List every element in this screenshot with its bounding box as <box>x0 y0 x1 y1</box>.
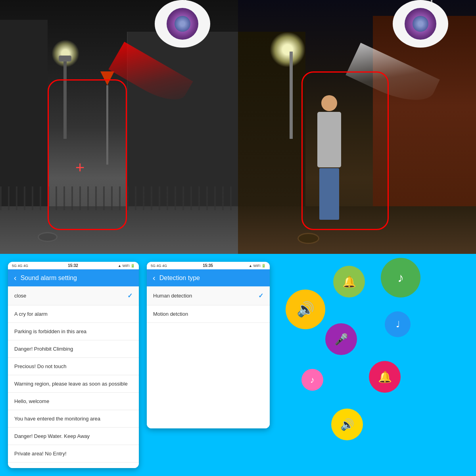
left-bg: Lenovo <box>0 0 238 254</box>
detection-type-list: Human detection✓Motion detction <box>147 286 270 428</box>
microphone-icon-circle: 🎤 <box>325 323 357 355</box>
note-icon: ♩ <box>396 319 400 330</box>
sound-alarm-title: Sound alarm setting <box>21 274 77 282</box>
sound-alarm-item-label-7: You have entered the monitoring area <box>14 416 100 422</box>
camera-body-left: Lenovo <box>155 0 210 48</box>
detection-box-left <box>48 79 127 230</box>
music-note-icon-circle: ♪ <box>381 258 420 298</box>
right-status-left: 5G 4G 4G <box>151 264 167 268</box>
left-phone-header: ‹ Sound alarm setting <box>8 269 139 286</box>
sound-alarm-item-label-8: Danger! Deep Water. Keep Away <box>14 433 90 439</box>
left-camera-panel: Lenovo <box>0 0 238 254</box>
lamp-head-left <box>59 56 71 61</box>
sound-alarm-item-10[interactable]: Dangerious region, please stay away <box>8 463 139 468</box>
icons-section: 🔊 🔔 ♪ 🎤 ♩ ♪ 🔔 🔊 <box>274 254 476 476</box>
sound-alarm-item-label-2: Parking is forbidden in this area <box>14 328 86 334</box>
speaker-icon-circle: 🔊 <box>286 290 325 329</box>
right-bg: Lenovo <box>238 0 476 254</box>
right-camera-panel: Lenovo <box>238 0 476 254</box>
lamp-glow-right <box>270 32 305 67</box>
sound-alarm-item-8[interactable]: Danger! Deep Water. Keep Away <box>8 428 139 445</box>
person-head <box>321 95 337 111</box>
alarm-icon-1: 🔔 <box>342 275 356 288</box>
detection-type-phone: 5G 4G 4G 15:35 ▲ WiFi 🔋 ‹ Detection type… <box>147 262 270 428</box>
music-note-small-circle: ♪ <box>301 369 323 391</box>
left-status-bar: 5G 4G 4G 15:32 ▲ WiFi 🔋 <box>8 262 139 269</box>
left-status-left: 5G 4G 4G <box>12 264 28 268</box>
street-lamp-right <box>290 52 293 139</box>
sound-alarm-list: close✓A cry for alarmParking is forbidde… <box>8 286 139 468</box>
speaker-icon: 🔊 <box>297 301 315 318</box>
sound-alarm-item-label-4: Precious! Do not touch <box>14 363 67 369</box>
note-icon-circle: ♩ <box>385 311 411 337</box>
sound-alarm-item-label-6: Hello, welcome <box>14 398 49 404</box>
right-time: 15:35 <box>203 263 213 268</box>
sound-alarm-item-6[interactable]: Hello, welcome <box>8 393 139 410</box>
sound-alarm-item-4[interactable]: Precious! Do not touch <box>8 358 139 375</box>
sound-alarm-item-1[interactable]: A cry for alarm <box>8 305 139 323</box>
sound-alarm-item-5[interactable]: Warning region, please leave as soon as … <box>8 375 139 393</box>
sound-alarm-item-label-9: Private area! No Entry! <box>14 451 67 457</box>
alarm-icon-circle-2: 🔔 <box>369 361 401 393</box>
camera-device-right: Lenovo <box>389 0 452 71</box>
lens-ring-left <box>167 8 198 40</box>
camera-section: Lenovo <box>0 0 476 254</box>
music-note-small-icon: ♪ <box>310 375 315 385</box>
bottom-section: 5G 4G 4G 15:32 ▲ WiFi 🔋 ‹ Sound alarm se… <box>0 254 476 476</box>
sound-alarm-item-9[interactable]: Private area! No Entry! <box>8 445 139 463</box>
detection-type-item-0[interactable]: Human detection✓ <box>147 286 270 305</box>
alarm-icon-circle-1: 🔔 <box>333 266 365 298</box>
speaker-icon-2: 🔊 <box>340 418 354 431</box>
right-status-right: ▲ WiFi 🔋 <box>249 264 266 268</box>
manhole-right <box>298 233 319 244</box>
wifi-icon-right: ▲ WiFi 🔋 <box>249 264 266 268</box>
sound-alarm-item-label-3: Danger! Prohibit Climbing <box>14 346 73 352</box>
lens-inner-left <box>175 16 190 32</box>
speaker-icon-circle-2: 🔊 <box>331 409 363 440</box>
detection-type-title: Detection type <box>159 274 200 282</box>
wifi-icon: ▲ WiFi 🔋 <box>118 264 135 268</box>
sound-alarm-checkmark-0: ✓ <box>127 292 132 299</box>
back-button-right[interactable]: ‹ <box>153 273 155 282</box>
camera-body-right: Lenovo <box>393 0 448 48</box>
left-status-right: ▲ WiFi 🔋 <box>118 264 135 268</box>
back-button-left[interactable]: ‹ <box>14 273 17 282</box>
alarm-icon-2: 🔔 <box>378 370 392 384</box>
left-time: 15:32 <box>68 263 78 268</box>
lens-inner-right <box>413 16 428 32</box>
person-legs <box>319 168 339 220</box>
person-figure <box>313 95 345 230</box>
sound-alarm-item-7[interactable]: You have entered the monitoring area <box>8 410 139 428</box>
camera-device-left: Lenovo <box>151 0 214 71</box>
sound-alarm-item-label-0: close <box>14 293 26 299</box>
person-body <box>317 112 341 167</box>
detection-type-item-label-0: Human detection <box>153 293 192 299</box>
sound-alarm-item-3[interactable]: Danger! Prohibit Climbing <box>8 340 139 358</box>
left-carrier: 5G 4G 4G <box>12 264 28 268</box>
sound-alarm-phone: 5G 4G 4G 15:32 ▲ WiFi 🔋 ‹ Sound alarm se… <box>8 262 139 468</box>
sound-alarm-item-label-5: Warning region, please leave as soon as … <box>14 381 128 387</box>
microphone-icon: 🎤 <box>334 333 348 346</box>
lens-ring-right <box>405 8 436 40</box>
detection-type-item-1[interactable]: Motion detction <box>147 305 270 323</box>
crosshair-left <box>75 159 84 177</box>
right-phone-header: ‹ Detection type <box>147 269 270 286</box>
sound-alarm-item-2[interactable]: Parking is forbidden in this area <box>8 323 139 340</box>
sound-alarm-item-label-1: A cry for alarm <box>14 311 48 317</box>
right-carrier: 5G 4G 4G <box>151 264 167 268</box>
detection-type-item-label-1: Motion detction <box>153 311 188 317</box>
manhole-left <box>38 232 58 242</box>
detection-type-checkmark-0: ✓ <box>258 292 263 299</box>
right-status-bar: 5G 4G 4G 15:35 ▲ WiFi 🔋 <box>147 262 270 269</box>
sound-alarm-item-0[interactable]: close✓ <box>8 286 139 305</box>
music-note-icon: ♪ <box>397 271 404 285</box>
